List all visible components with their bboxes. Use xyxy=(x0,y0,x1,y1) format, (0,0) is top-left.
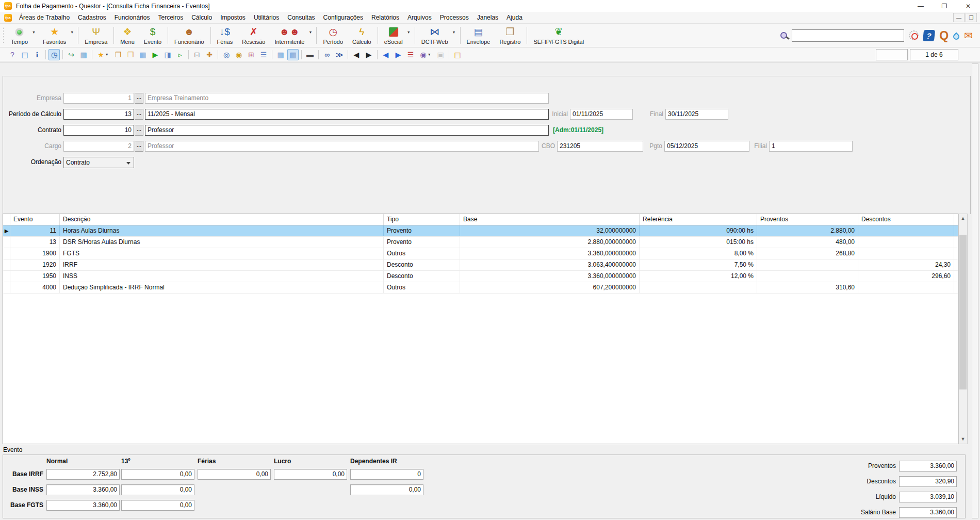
base-inss-13-field[interactable]: 0,00 xyxy=(121,484,194,495)
menu-item-3[interactable]: Terceiros xyxy=(154,12,187,23)
calculo-button[interactable]: ϟCálculo xyxy=(348,24,376,46)
dropdown-arrow-icon[interactable]: ▼ xyxy=(407,30,411,34)
toolbar-grip[interactable] xyxy=(3,27,5,44)
proventos-total-field[interactable]: 3.360,00 xyxy=(899,461,957,472)
menu-item-8[interactable]: Configurações xyxy=(319,12,367,23)
periodo-button[interactable]: ◷Período xyxy=(318,24,348,46)
cargo-lookup-button[interactable]: ... xyxy=(135,141,143,152)
menu-item-5[interactable]: Impostos xyxy=(216,12,250,23)
contrato-desc-field[interactable]: Professor xyxy=(145,125,549,136)
funcionario-button[interactable]: ☻Funcionário xyxy=(170,24,208,46)
scroll-down-icon[interactable]: ▼ xyxy=(959,435,967,444)
close-button[interactable]: ✕ xyxy=(956,0,980,12)
column-header-evento[interactable]: Evento xyxy=(10,214,60,225)
menu-button[interactable]: ❖Menu xyxy=(116,24,139,46)
grid-calc-button[interactable]: ▦ xyxy=(287,49,299,60)
grid-row-2[interactable]: 1900FGTSOutros3.360,0000000008,00 %268,8… xyxy=(3,248,958,259)
menu-item-1[interactable]: Cadastros xyxy=(74,12,110,23)
filial-field[interactable]: 1 xyxy=(769,141,853,152)
empresa-button[interactable]: ΨEmpresa xyxy=(80,24,112,46)
column-header-base[interactable]: Base xyxy=(460,214,640,225)
grid-scrollbar[interactable]: ▲ ▼ xyxy=(958,214,968,444)
mail-icon[interactable]: ✉ xyxy=(964,30,973,41)
xml-button[interactable]: ▤ xyxy=(452,49,463,60)
mdi-minimize-button[interactable]: — xyxy=(953,13,965,22)
first-record-button[interactable]: ◀ xyxy=(380,49,391,60)
inicial-date-field[interactable]: 01/11/2025 xyxy=(570,109,633,120)
mdi-restore-button[interactable]: ❐ xyxy=(966,13,977,22)
menu-item-9[interactable]: Relatórios xyxy=(367,12,403,23)
column-header-tipo[interactable]: Tipo xyxy=(384,214,460,225)
menu-item-13[interactable]: Ajuda xyxy=(502,12,527,23)
cargo-code-field[interactable]: 2 xyxy=(63,141,134,152)
dropdown-arrow-icon[interactable]: ▼ xyxy=(32,30,36,34)
run-form-button[interactable]: ◨ xyxy=(162,49,173,60)
list-form-button[interactable]: ☰ xyxy=(258,49,269,60)
frame-button[interactable]: ⊡ xyxy=(191,49,203,60)
find-next-button[interactable]: ≫ xyxy=(334,49,345,60)
final-date-field[interactable]: 30/11/2025 xyxy=(665,109,728,120)
menu-item-4[interactable]: Cálculo xyxy=(187,12,216,23)
save-form-button[interactable]: ▥ xyxy=(137,49,149,60)
cargo-desc-field[interactable]: Professor xyxy=(145,141,539,152)
ordenacao-select[interactable]: Contrato xyxy=(63,157,134,168)
menu-item-11[interactable]: Processos xyxy=(436,12,473,23)
base-inss-normal-field[interactable]: 3.360,00 xyxy=(46,484,120,495)
report-button[interactable]: ▤ xyxy=(19,49,30,60)
empresa-lookup-button[interactable]: ... xyxy=(135,93,143,104)
base-irrf-13-field[interactable]: 0,00 xyxy=(121,469,194,480)
salario-base-total-field[interactable]: 3.360,00 xyxy=(899,507,957,518)
liquido-total-field[interactable]: 3.039,10 xyxy=(899,492,957,502)
column-header-referencia[interactable]: Referência xyxy=(640,214,757,225)
registro-button[interactable]: ❒Registro xyxy=(495,24,525,46)
find-button[interactable]: ∞ xyxy=(321,49,333,60)
dependentes-ir-value-field[interactable]: 0,00 xyxy=(350,484,423,495)
open-folder-button[interactable]: ❒ xyxy=(125,49,136,60)
help-icon[interactable]: ? xyxy=(923,30,935,41)
water-drop-icon[interactable] xyxy=(952,32,961,41)
sefip-button[interactable]: ❦SEFIP/FGTS Digital xyxy=(529,24,589,46)
print-button[interactable]: ▦ xyxy=(78,49,89,60)
lamp-search-icon[interactable] xyxy=(780,32,787,39)
dropdown-arrow-icon[interactable]: ▼ xyxy=(309,30,313,34)
base-irrf-lucro-field[interactable]: 0,00 xyxy=(274,469,347,480)
grid-row-1[interactable]: 13DSR S/Horas Aulas DiurnasProvento2.880… xyxy=(3,237,958,248)
preview-button[interactable]: ◎ xyxy=(221,49,232,60)
base-fgts-normal-field[interactable]: 3.360,00 xyxy=(46,500,120,511)
rescisao-button[interactable]: ✗Rescisão xyxy=(237,24,270,46)
menu-item-7[interactable]: Consultas xyxy=(283,12,319,23)
scroll-up-icon[interactable]: ▲ xyxy=(959,214,967,223)
base-irrf-normal-field[interactable]: 2.752,80 xyxy=(46,469,120,480)
periodo-lookup-button[interactable]: ... xyxy=(135,109,143,120)
favoritos-button[interactable]: ★Favoritos▼ xyxy=(38,24,76,46)
dropdown-arrow-icon[interactable]: ▼ xyxy=(70,30,74,34)
base-fgts-13-field[interactable]: 0,00 xyxy=(121,500,194,511)
dependentes-ir-field[interactable]: 0 xyxy=(350,469,423,480)
lamp-button[interactable]: ◉▼ xyxy=(417,49,434,60)
intermitente-button[interactable]: ☻☻Intermitente▼ xyxy=(270,24,315,46)
grid-row-0[interactable]: ▶11Horas Aulas DiurnasProvento32,0000000… xyxy=(3,225,958,237)
column-header-descontos[interactable]: Descontos xyxy=(858,214,954,225)
grid-row-3[interactable]: 1920IRRFDesconto3.063,4000000007,50 %24,… xyxy=(3,259,958,271)
envelope-button[interactable]: ▤Envelope xyxy=(462,24,495,46)
stopwatch-button[interactable]: ◷ xyxy=(48,49,60,60)
periodo-desc-field[interactable]: 11/2025 - Mensal xyxy=(145,109,549,120)
coins-button[interactable]: ◉ xyxy=(233,49,244,60)
column-header-descricao[interactable]: Descrição xyxy=(60,214,384,225)
dctfweb-button[interactable]: ⋈DCTFWeb▼ xyxy=(417,24,459,46)
tempo-button[interactable]: Tempo▼ xyxy=(6,24,38,46)
grid-button[interactable]: ▦ xyxy=(275,49,286,60)
ferias-button[interactable]: ↓$Férias xyxy=(213,24,238,46)
restore-button[interactable]: ❐ xyxy=(933,0,956,12)
run-next-button[interactable]: ▹ xyxy=(174,49,186,60)
move-folder-button[interactable]: ✚ xyxy=(204,49,215,60)
base-irrf-ferias-field[interactable]: 0,00 xyxy=(198,469,271,480)
periodo-code-field[interactable]: 13 xyxy=(63,109,134,120)
calculator-button[interactable]: ⊞ xyxy=(246,49,257,60)
menu-item-2[interactable]: Funcionários xyxy=(110,12,154,23)
exit-button[interactable]: ↪ xyxy=(66,49,77,60)
help-book-button[interactable]: ? xyxy=(7,49,18,60)
favorites-menu-button[interactable]: ★▼ xyxy=(95,49,111,60)
gear-dots-icon[interactable] xyxy=(909,30,919,40)
info-button[interactable]: ℹ xyxy=(31,49,43,60)
